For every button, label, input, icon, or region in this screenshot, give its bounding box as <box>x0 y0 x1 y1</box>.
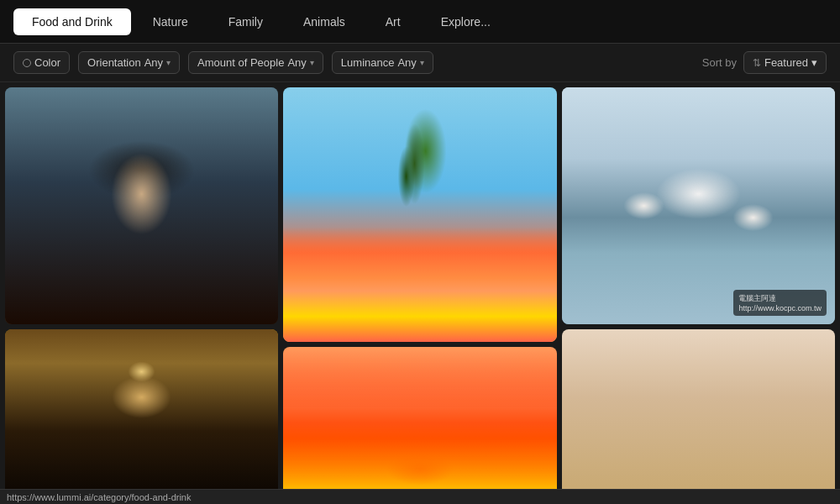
gallery-col-2 <box>283 87 556 499</box>
orientation-filter-label: Orientation <box>87 56 141 69</box>
luminance-filter[interactable]: Luminance Any ▾ <box>332 51 433 74</box>
sort-value: Featured <box>764 56 808 69</box>
gallery-card-colorful-building[interactable] <box>283 347 556 500</box>
sort-section: Sort by ⇅ Featured ▾ <box>702 51 827 74</box>
gallery-card-portrait-woman[interactable] <box>5 87 278 324</box>
amount-of-people-value: Any <box>287 56 306 69</box>
luminance-label: Luminance <box>341 56 395 69</box>
luminance-chevron-icon: ▾ <box>420 58 424 67</box>
nav-tab-food-and-drink[interactable]: Food and Drink <box>13 8 131 35</box>
gallery-card-person-gold[interactable] <box>5 329 278 499</box>
url-bar: https://www.lummi.ai/category/food-and-d… <box>0 489 840 504</box>
nav-tab-nature[interactable]: Nature <box>134 8 207 35</box>
sort-arrows-icon: ⇅ <box>753 57 761 69</box>
amount-chevron-icon: ▾ <box>310 58 314 67</box>
amount-of-people-filter[interactable]: Amount of People Any ▾ <box>188 51 323 74</box>
sort-by-label: Sort by <box>702 56 737 69</box>
url-text: https://www.lummi.ai/category/food-and-d… <box>7 492 191 502</box>
orientation-filter-value: Any <box>144 56 163 69</box>
filter-bar: Color Orientation Any ▾ Amount of People… <box>0 44 840 82</box>
watermark-line2: http://www.kocpc.com.tw <box>738 304 822 312</box>
gallery-card-meditation-group[interactable]: 電腦主阿達 http://www.kocpc.com.tw <box>562 87 835 324</box>
amount-of-people-label: Amount of People <box>197 56 284 69</box>
watermark-line1: 電腦主阿達 <box>738 293 822 304</box>
watermark: 電腦主阿達 http://www.kocpc.com.tw <box>733 290 827 316</box>
sort-select[interactable]: ⇅ Featured ▾ <box>743 51 827 74</box>
gallery-card-bottom-right[interactable] <box>562 329 835 499</box>
color-filter-label: Color <box>34 56 60 69</box>
luminance-value: Any <box>397 56 416 69</box>
gallery-col-1 <box>5 87 278 499</box>
nav-tab-explore[interactable]: Explore... <box>423 8 509 35</box>
gallery-col-3: 電腦主阿達 http://www.kocpc.com.tw <box>562 87 835 499</box>
color-dot-icon <box>23 59 31 67</box>
top-nav: Food and Drink Nature Family Animals Art… <box>0 0 840 44</box>
gallery-card-palm-trees[interactable] <box>283 87 556 342</box>
orientation-filter[interactable]: Orientation Any ▾ <box>78 51 180 74</box>
sort-chevron-icon: ▾ <box>811 56 817 69</box>
orientation-chevron-icon: ▾ <box>166 58 171 67</box>
gallery: 電腦主阿達 http://www.kocpc.com.tw <box>0 82 840 504</box>
nav-tab-family[interactable]: Family <box>210 8 281 35</box>
nav-tab-art[interactable]: Art <box>367 8 419 35</box>
nav-tab-animals[interactable]: Animals <box>285 8 364 35</box>
color-filter[interactable]: Color <box>13 51 70 74</box>
